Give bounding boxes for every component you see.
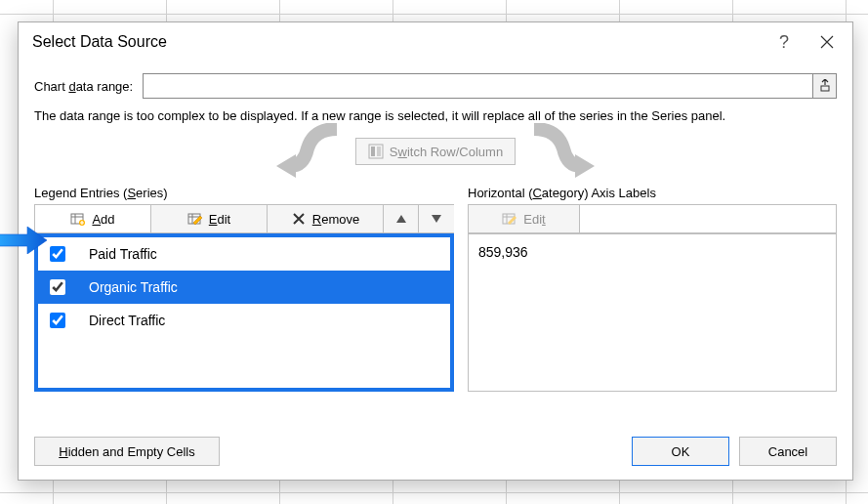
curved-arrow-right-icon: [503, 123, 610, 178]
legend-series-item[interactable]: Paid Traffic: [38, 237, 450, 271]
axis-labels-section: Horizontal (Category) Axis Labels Edit 8…: [468, 186, 837, 415]
select-data-source-dialog: Select Data Source ? Chart data range: T…: [18, 21, 853, 481]
move-down-button[interactable]: [419, 205, 454, 232]
switch-icon: [368, 144, 384, 159]
edit-icon: [187, 211, 203, 227]
series-label: Direct Traffic: [89, 313, 442, 328]
edit-icon: [502, 211, 517, 227]
svg-rect-2: [371, 147, 375, 156]
triangle-down-icon: [432, 215, 441, 223]
edit-axis-labels-button[interactable]: Edit: [469, 205, 580, 232]
edit-series-button[interactable]: Edit: [151, 205, 268, 232]
switch-row-column-button[interactable]: Switch Row/Column: [355, 138, 516, 165]
legend-entries-section: Legend Entries (Series) Add Edit: [34, 186, 454, 415]
legend-entries-label: Legend Entries (Series): [34, 186, 454, 200]
add-icon: [70, 211, 86, 227]
svg-rect-0: [821, 86, 829, 91]
svg-rect-3: [377, 147, 381, 156]
remove-series-button[interactable]: Remove: [268, 205, 384, 232]
range-picker-button[interactable]: [812, 74, 836, 98]
series-checkbox[interactable]: [50, 246, 65, 262]
axis-labels-listbox[interactable]: 859,936: [468, 233, 837, 392]
legend-series-item[interactable]: Direct Traffic: [38, 304, 450, 337]
curved-arrow-left-icon: [261, 123, 368, 178]
triangle-up-icon: [396, 215, 406, 223]
collapse-dialog-icon: [818, 79, 832, 93]
chart-data-range-label: Chart data range:: [34, 79, 133, 94]
series-checkbox[interactable]: [50, 279, 65, 295]
close-icon: [820, 35, 834, 49]
help-button[interactable]: ?: [763, 27, 806, 57]
remove-icon: [291, 211, 307, 227]
chart-data-range-input[interactable]: [144, 74, 812, 98]
range-warning-text: The data range is too complex to be disp…: [34, 108, 837, 123]
cancel-button[interactable]: Cancel: [739, 437, 837, 466]
axis-labels-label: Horizontal (Category) Axis Labels: [468, 186, 837, 200]
ok-button[interactable]: OK: [632, 437, 729, 466]
move-up-button[interactable]: [384, 205, 419, 232]
legend-series-item[interactable]: Organic Traffic: [38, 271, 450, 304]
titlebar: Select Data Source ?: [19, 22, 852, 62]
chart-data-range-field[interactable]: [143, 73, 837, 99]
series-label: Organic Traffic: [89, 279, 442, 295]
hidden-empty-cells-button[interactable]: Hidden and Empty Cells: [34, 437, 220, 466]
series-label: Paid Traffic: [89, 246, 442, 262]
series-checkbox[interactable]: [50, 313, 65, 328]
add-series-button[interactable]: Add: [35, 205, 151, 232]
dialog-title: Select Data Source: [32, 33, 167, 51]
legend-series-listbox[interactable]: Paid TrafficOrganic TrafficDirect Traffi…: [34, 233, 454, 392]
axis-label-value[interactable]: 859,936: [478, 244, 826, 260]
close-button[interactable]: [806, 27, 848, 57]
